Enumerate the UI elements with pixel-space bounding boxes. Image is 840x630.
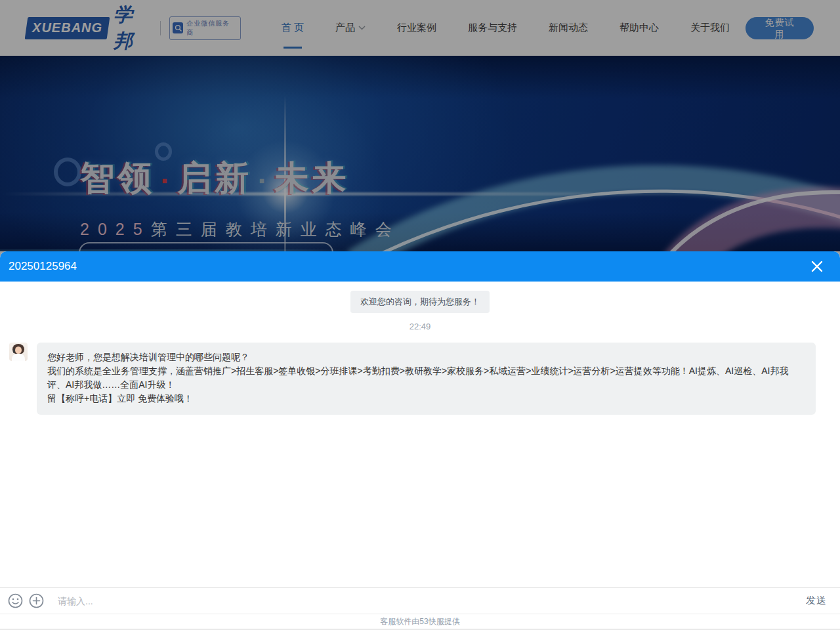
close-icon[interactable] <box>808 258 826 275</box>
agent-message-bubble: 您好老师，您是想解决培训管理中的哪些问题呢？ 我们的系统是全业务管理支撑，涵盖营… <box>37 343 816 415</box>
chat-footer: 客服软件由53快服提供 <box>0 614 840 630</box>
agent-message-row: 您好老师，您是想解决培训管理中的哪些问题呢？ 我们的系统是全业务管理支撑，涵盖营… <box>9 343 816 415</box>
chat-input-bar: 发送 <box>0 587 840 614</box>
chat-panel: 20250125964 欢迎您的咨询，期待为您服务！ 22:49 您好老师，您是… <box>0 251 840 630</box>
chat-header: 20250125964 <box>0 251 840 282</box>
provider-note: 客服软件由53快服提供 <box>380 616 459 627</box>
send-button[interactable]: 发送 <box>806 595 827 607</box>
welcome-notice: 欢迎您的咨询，期待为您服务！ <box>350 291 490 313</box>
message-timestamp: 22:49 <box>0 322 840 331</box>
attach-plus-icon[interactable] <box>29 593 44 608</box>
chat-message-input[interactable] <box>58 596 806 606</box>
agent-avatar <box>9 343 28 361</box>
chat-window-title: 20250125964 <box>9 260 77 273</box>
emoji-icon[interactable] <box>8 593 23 608</box>
chat-message-area: 欢迎您的咨询，期待为您服务！ 22:49 您好老师，您是想解决培训管理中的哪些问… <box>0 282 840 587</box>
